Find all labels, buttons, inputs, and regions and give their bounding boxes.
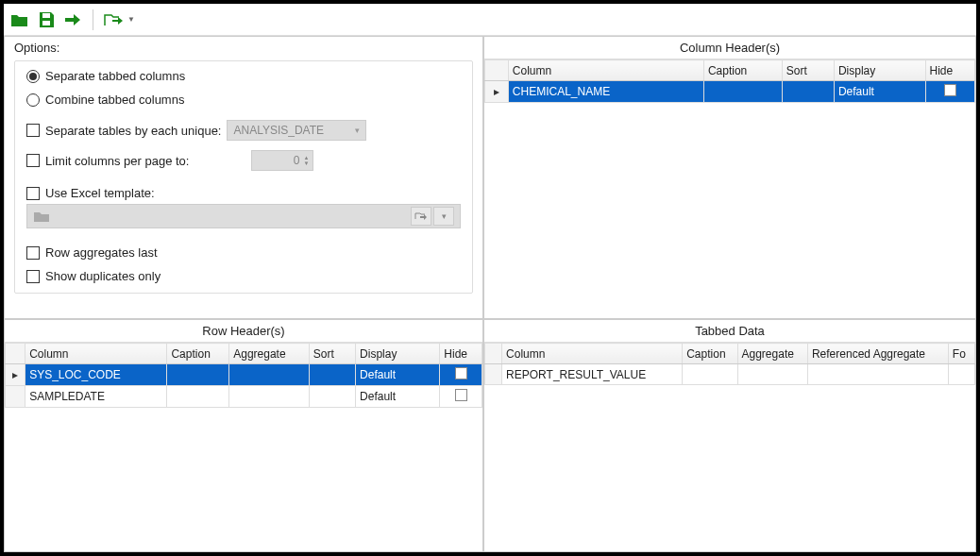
row-headers-panel: Row Header(s) Column Caption Aggregate S… [4, 319, 483, 552]
cell-ref-aggregate[interactable] [807, 364, 948, 385]
toolbar-separator [93, 9, 93, 30]
folder-icon [33, 210, 50, 223]
open-folder-icon[interactable] [9, 9, 30, 30]
row-indicator-icon: ▸ [6, 364, 25, 386]
cell-column[interactable]: SAMPLEDATE [25, 386, 167, 408]
col-caption[interactable]: Caption [703, 60, 782, 81]
col-hide[interactable]: Hide [925, 60, 974, 81]
app-window: ▼ Options: Separate tabbed columns Combi… [4, 4, 976, 552]
cell-column[interactable]: CHEMICAL_NAME [508, 81, 703, 103]
svg-rect-1 [42, 21, 50, 25]
radio-combine-row[interactable]: Combine tabbed columns [26, 93, 461, 107]
excel-tpl-checkbox[interactable] [26, 187, 40, 200]
show-dup-label: Show duplicates only [45, 269, 161, 283]
sep-tables-value: ANALYSIS_DATE [233, 124, 324, 137]
col-fo[interactable]: Fo [948, 344, 974, 364]
col-ref-aggregate[interactable]: Referenced Aggregate [807, 344, 948, 364]
excel-tpl-row: Use Excel template: [26, 186, 461, 200]
row-indicator-icon [485, 364, 502, 385]
file-dropdown-btn[interactable]: ▾ [433, 207, 454, 226]
file-open-btn[interactable] [411, 207, 431, 226]
row-agg-label: Row aggregates last [45, 245, 158, 260]
radio-separate[interactable] [26, 70, 40, 83]
row-agg-row[interactable]: Row aggregates last [26, 245, 461, 260]
options-panel: Options: Separate tabbed columns Combine… [4, 36, 483, 319]
row-headers-grid[interactable]: Column Caption Aggregate Sort Display Hi… [5, 343, 482, 551]
tabbed-data-title: Tabbed Data [484, 320, 975, 343]
col-column[interactable]: Column [502, 344, 683, 364]
radio-separate-row[interactable]: Separate tabbed columns [26, 69, 461, 83]
cell-caption[interactable] [703, 81, 782, 103]
col-column[interactable]: Column [25, 344, 167, 364]
hide-checkbox[interactable] [944, 84, 956, 96]
col-caption[interactable]: Caption [167, 344, 229, 364]
column-headers-grid[interactable]: Column Caption Sort Display Hide ▸ CHEMI… [484, 59, 975, 318]
table-row[interactable]: REPORT_RESULT_VALUE [485, 364, 975, 385]
spinner-icon[interactable]: ▲▼ [304, 155, 310, 166]
svg-rect-0 [42, 13, 50, 18]
cell-hide[interactable] [440, 364, 482, 386]
table-row[interactable]: ▸ SYS_LOC_CODE Default [6, 364, 482, 386]
radio-combine[interactable] [26, 93, 40, 107]
row-headers-title: Row Header(s) [5, 320, 482, 343]
arrow-right-icon[interactable] [62, 9, 83, 30]
row-agg-checkbox[interactable] [26, 246, 40, 260]
cell-display[interactable]: Default [834, 81, 925, 103]
hide-checkbox[interactable] [455, 367, 467, 379]
col-caption[interactable]: Caption [683, 344, 737, 364]
cell-column[interactable]: REPORT_RESULT_VALUE [502, 364, 683, 385]
col-aggregate[interactable]: Aggregate [229, 344, 310, 364]
cell-hide[interactable] [440, 386, 482, 408]
cell-display[interactable]: Default [356, 386, 440, 408]
table-row[interactable]: ▸ CHEMICAL_NAME Default [485, 81, 975, 103]
table-row[interactable]: SAMPLEDATE Default [6, 386, 482, 408]
show-dup-row[interactable]: Show duplicates only [26, 269, 461, 283]
cell-caption[interactable] [167, 364, 229, 386]
limit-cols-checkbox[interactable] [26, 154, 40, 167]
export-dropdown-arrow[interactable]: ▼ [127, 15, 135, 24]
col-sort[interactable]: Sort [782, 60, 834, 81]
tabbed-data-grid[interactable]: Column Caption Aggregate Referenced Aggr… [484, 343, 975, 551]
col-display[interactable]: Display [834, 60, 925, 81]
cell-caption[interactable] [167, 386, 229, 408]
sep-tables-label: Separate tables by each unique: [45, 124, 221, 138]
radio-separate-label: Separate tabbed columns [45, 69, 185, 83]
col-column[interactable]: Column [508, 60, 703, 81]
main-area: Options: Separate tabbed columns Combine… [4, 36, 976, 552]
options-group: Separate tabbed columns Combine tabbed c… [14, 60, 473, 294]
cell-column[interactable]: SYS_LOC_CODE [25, 364, 167, 386]
limit-cols-input[interactable]: 0 ▲▼ [251, 150, 313, 171]
cell-hide[interactable] [925, 81, 974, 103]
col-sort[interactable]: Sort [309, 344, 355, 364]
show-dup-checkbox[interactable] [26, 270, 40, 283]
sep-tables-select[interactable]: ANALYSIS_DATE ▾ [227, 120, 366, 141]
tabbed-data-panel: Tabbed Data Column Caption Aggregate Ref… [483, 319, 976, 552]
export-icon[interactable] [103, 9, 124, 30]
options-title: Options: [14, 41, 473, 55]
chevron-down-icon: ▾ [355, 126, 360, 135]
cell-sort[interactable] [309, 386, 355, 408]
cell-caption[interactable] [683, 364, 737, 385]
save-icon[interactable] [36, 9, 57, 30]
excel-tpl-section: Use Excel template: ▾ [26, 186, 461, 228]
excel-tpl-picker[interactable]: ▾ [26, 204, 461, 228]
col-aggregate[interactable]: Aggregate [737, 344, 807, 364]
column-headers-panel: Column Header(s) Column Caption Sort Dis… [483, 36, 976, 319]
limit-cols-label: Limit columns per page to: [45, 154, 189, 168]
toolbar: ▼ [4, 4, 976, 36]
cell-sort[interactable] [309, 364, 355, 386]
sep-tables-row: Separate tables by each unique: ANALYSIS… [26, 120, 461, 141]
limit-cols-row: Limit columns per page to: 0 ▲▼ [26, 150, 461, 171]
sep-tables-checkbox[interactable] [26, 124, 40, 137]
col-display[interactable]: Display [356, 344, 440, 364]
col-hide[interactable]: Hide [440, 344, 482, 364]
cell-aggregate[interactable] [229, 386, 310, 408]
cell-aggregate[interactable] [737, 364, 807, 385]
cell-display[interactable]: Default [356, 364, 440, 386]
excel-tpl-label: Use Excel template: [45, 186, 155, 200]
row-indicator-icon [6, 386, 25, 408]
hide-checkbox[interactable] [455, 389, 467, 401]
cell-fo[interactable] [948, 364, 974, 385]
cell-aggregate[interactable] [229, 364, 310, 386]
cell-sort[interactable] [782, 81, 834, 103]
